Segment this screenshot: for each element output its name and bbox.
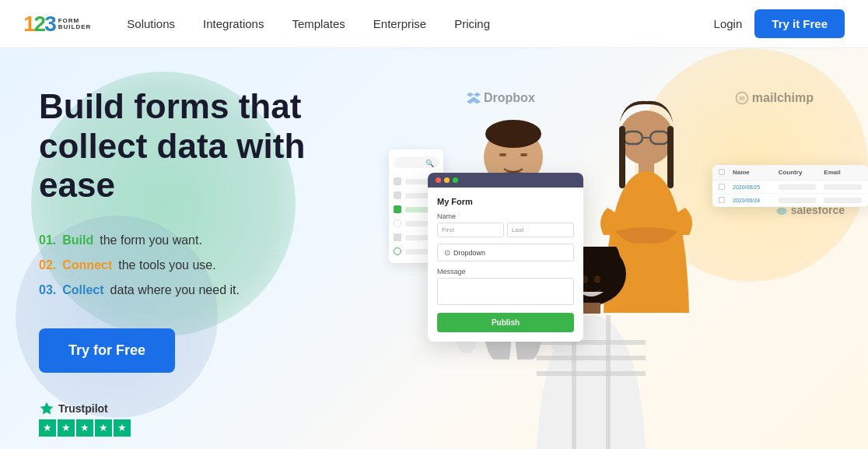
- login-button[interactable]: Login: [714, 17, 743, 30]
- window-dot-yellow: [444, 177, 450, 183]
- step-3: 03. Collect data where you need it.: [39, 283, 389, 297]
- table-header-row: Name Country Email: [712, 165, 868, 181]
- form-name-row: First Last: [437, 223, 574, 237]
- dropbox-icon: [467, 91, 481, 105]
- table-row-2: 2020/06/24: [712, 194, 868, 207]
- svg-point-3: [776, 208, 786, 215]
- hero-left: Build forms that collect data with ease …: [0, 48, 389, 449]
- svg-point-5: [485, 120, 541, 148]
- dropdown-label: Dropdown: [453, 249, 485, 257]
- nav-solutions[interactable]: Solutions: [114, 11, 187, 37]
- star-4: ★: [95, 419, 112, 437]
- nav-templates[interactable]: Templates: [279, 11, 357, 37]
- svg-rect-22: [582, 303, 600, 314]
- hero-steps: 01. Build the form you want. 02. Connect…: [39, 233, 389, 297]
- table-header-checkbox: [719, 169, 725, 175]
- table-row2-date: 2020/06/24: [733, 198, 771, 203]
- form-message-label: Message: [437, 268, 574, 275]
- mailchimp-label: mailchimp: [752, 91, 814, 105]
- table-row2-name: [779, 198, 817, 203]
- star-1: ★: [39, 419, 56, 437]
- svg-point-21: [594, 275, 600, 283]
- hero-right: Dropbox m mailchimp WiX.com salesforce: [389, 48, 868, 449]
- svg-rect-16: [639, 160, 654, 173]
- step-3-num: 03.: [39, 283, 56, 297]
- nav-links: Solutions Integrations Templates Enterpr…: [114, 11, 713, 37]
- form-mockup-header: [428, 173, 583, 188]
- table-row-1: 2020/06/25: [712, 181, 868, 194]
- try-it-free-button[interactable]: Try it Free: [754, 9, 845, 38]
- table-row2-checkbox: [719, 197, 725, 203]
- table-row1-country: [824, 184, 862, 190]
- nav-integrations[interactable]: Integrations: [191, 11, 276, 37]
- step-2: 02. Connect the tools you use.: [39, 258, 389, 272]
- step-3-text: data where you need it.: [110, 283, 240, 297]
- step-1-highlight: Build: [62, 233, 93, 247]
- svg-rect-7: [520, 153, 527, 156]
- panel-search: 🔍: [394, 157, 439, 168]
- form-title: My Form: [437, 197, 574, 206]
- step-2-num: 02.: [39, 258, 56, 272]
- mailchimp-logo: m mailchimp: [735, 91, 814, 105]
- step-2-text: the tools you use.: [118, 258, 215, 272]
- svg-rect-6: [499, 153, 506, 156]
- nav-enterprise[interactable]: Enterprise: [361, 11, 439, 37]
- form-name-label: Name: [437, 212, 574, 220]
- table-col-name: Name: [733, 169, 771, 176]
- star-3: ★: [76, 419, 93, 437]
- svg-rect-25: [537, 371, 646, 376]
- step-3-highlight: Collect: [62, 283, 103, 297]
- star-5: ★: [114, 419, 131, 437]
- form-body: My Form Name First Last ⊙ Dropdown Messa…: [428, 188, 583, 342]
- step-2-highlight: Connect: [62, 258, 112, 272]
- dropbox-logo: Dropbox: [467, 91, 535, 105]
- nav-pricing[interactable]: Pricing: [442, 11, 502, 37]
- trustpilot-stars: ★ ★ ★ ★ ★: [39, 419, 131, 437]
- trustpilot-label: Trustpilot: [58, 402, 108, 415]
- window-dot-red: [436, 177, 441, 183]
- navbar: 123 FORM BUILDER Solutions Integrations …: [0, 0, 868, 48]
- form-builder-mockup: My Form Name First Last ⊙ Dropdown Messa…: [428, 173, 583, 342]
- brand-logo[interactable]: 123 FORM BUILDER: [23, 12, 91, 37]
- table-row1-date: 2020/06/25: [733, 184, 771, 190]
- nav-actions: Login Try it Free: [714, 9, 845, 38]
- star-2: ★: [58, 419, 75, 437]
- svg-rect-27: [606, 315, 611, 449]
- dropbox-label: Dropbox: [484, 91, 535, 105]
- logo-3: 3: [44, 12, 55, 36]
- step-1-num: 01.: [39, 233, 56, 247]
- form-publish-button[interactable]: Publish: [437, 313, 574, 332]
- trustpilot-star-icon: [39, 401, 54, 416]
- hero-title: Build forms that collect data with ease: [39, 87, 389, 205]
- step-1: 01. Build the form you want.: [39, 233, 389, 247]
- mailchimp-icon: m: [735, 91, 749, 105]
- logo-2: 2: [34, 12, 45, 36]
- table-row1-checkbox: [719, 184, 725, 190]
- table-col-email: Email: [824, 169, 862, 176]
- logo-1: 1: [23, 12, 34, 36]
- dropdown-icon: ⊙: [444, 248, 450, 257]
- form-textarea: [437, 278, 574, 305]
- svg-rect-14: [619, 126, 625, 188]
- window-dot-green: [453, 177, 458, 183]
- svg-text:m: m: [739, 95, 744, 102]
- form-last-input: Last: [507, 223, 574, 237]
- trustpilot-logo: Trustpilot ★ ★ ★ ★ ★: [39, 401, 131, 437]
- svg-rect-24: [537, 356, 646, 360]
- logo-text: FORM BUILDER: [58, 18, 92, 30]
- step-1-text: the form you want.: [100, 233, 202, 247]
- trustpilot-section: Trustpilot ★ ★ ★ ★ ★: [39, 401, 389, 437]
- table-col-country: Country: [779, 169, 817, 176]
- data-table-mockup: Name Country Email 2020/06/25 2020/06/24: [712, 165, 868, 207]
- svg-rect-15: [667, 126, 674, 188]
- hero-section: Build forms that collect data with ease …: [0, 48, 868, 449]
- table-row2-country: [824, 198, 862, 203]
- svg-marker-0: [40, 402, 54, 414]
- form-dropdown: ⊙ Dropdown: [437, 244, 574, 261]
- form-first-input: First: [437, 223, 504, 237]
- table-row1-name: [779, 184, 817, 190]
- try-for-free-button[interactable]: Try for Free: [39, 328, 175, 373]
